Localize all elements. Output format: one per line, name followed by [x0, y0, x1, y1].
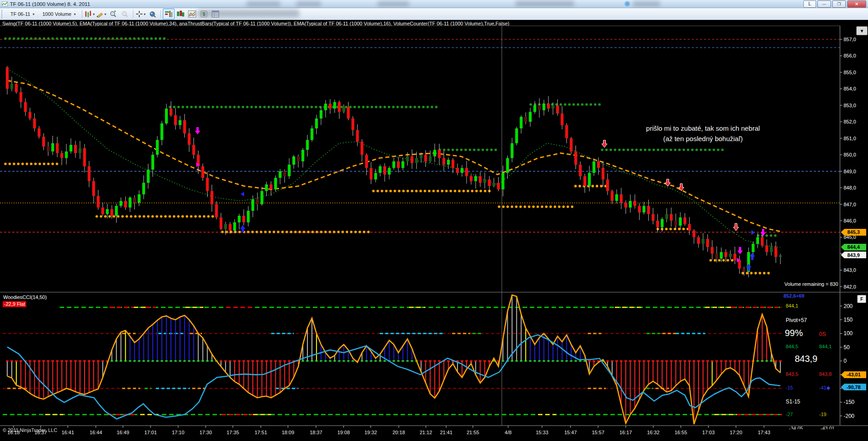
volume-remaining-label: Volume remaining = 830 [784, 281, 838, 287]
info-red-b: 843,8 [819, 371, 832, 377]
chevron-down-icon: ▼ [32, 13, 35, 16]
axis-price-marker: 843,9 [841, 251, 866, 258]
svg-text:16:44: 16:44 [90, 430, 102, 435]
svg-text:848,0: 848,0 [844, 185, 856, 190]
chart-area[interactable]: Swing(TF 06-11 (1000 Volume),5), EMA(Typ… [0, 20, 868, 441]
axis-price-marker: -43,01 [841, 371, 866, 378]
svg-text:15:57: 15:57 [592, 430, 604, 435]
svg-text:856,0: 856,0 [844, 53, 856, 58]
svg-text:18:09: 18:09 [282, 430, 294, 435]
info-green-b: 844,1 [819, 344, 832, 349]
info-cut-a: -34,05 [789, 426, 803, 429]
chart-toolbar: TF 06-11 ▼ 1000 Volume ▼ ▼ ▼ [0, 8, 868, 20]
instrument-selector[interactable]: TF 06-11 ▼ [7, 10, 38, 18]
link-button[interactable]: L [803, 0, 816, 8]
svg-text:842,0: 842,0 [844, 284, 856, 289]
svg-text:20:18: 20:18 [392, 430, 405, 435]
svg-text:853,0: 853,0 [844, 103, 856, 108]
chart-canvas[interactable]: 857,0856,0855,0854,0853,0852,0851,0850,0… [0, 20, 868, 441]
svg-text:854,0: 854,0 [844, 86, 856, 91]
svg-text:17:43: 17:43 [758, 430, 770, 435]
volume-candles-icon [176, 10, 184, 18]
zoom-out-button[interactable] [119, 9, 131, 19]
svg-text:16:49: 16:49 [117, 430, 129, 435]
redacted-blur [633, 1, 660, 6]
svg-text:50: 50 [844, 344, 850, 351]
redacted-blur [377, 1, 409, 6]
bar-style-picker-button[interactable]: ▼ [84, 9, 96, 19]
maximize-button[interactable]: ❐ [832, 0, 846, 8]
pencil-icon [96, 10, 104, 18]
svg-text:17:10: 17:10 [172, 430, 184, 435]
info-r-level: 844,1 [786, 303, 798, 308]
chart-scroll-button[interactable]: ▼ [856, 26, 868, 35]
info-s-a: -27 [786, 412, 793, 417]
svg-text:16:17: 16:17 [619, 430, 632, 435]
info-blue-a: -15 [786, 385, 793, 390]
svg-text:-200: -200 [844, 413, 854, 419]
svg-text:17:51: 17:51 [255, 430, 267, 435]
axis-price-marker: 844,4 [841, 244, 866, 251]
title-bar[interactable]: TF 06-11 (1000 Volume) 8. 4. 2011 L — ❐ … [0, 0, 868, 8]
zoom-in-icon [109, 10, 117, 18]
svg-text:846,0: 846,0 [844, 218, 856, 223]
ninjatrader-window: TF 06-11 (1000 Volume) 8. 4. 2011 L — ❐ … [0, 0, 868, 441]
info-blue-b: -41◆ [819, 385, 830, 391]
cci-panel-label: WoodiesCCI(14,50) [3, 294, 47, 300]
svg-text:0: 0 [844, 358, 847, 364]
window-title: TF 06-11 (1000 Volume) 8. 4. 2011 [10, 1, 90, 7]
info-0s: 0S [819, 331, 826, 337]
svg-text:100: 100 [844, 330, 853, 337]
svg-text:843,0: 843,0 [844, 267, 856, 273]
redacted-blur [515, 1, 574, 6]
svg-text:150: 150 [844, 317, 853, 323]
svg-text:-150: -150 [844, 399, 854, 405]
svg-text:21:55: 21:55 [467, 430, 479, 435]
period-label: 1000 Volume [42, 11, 71, 17]
info-pivot: Pivot+57 [786, 317, 807, 323]
draw-pencil-button[interactable]: ▼ [96, 9, 108, 19]
trade-annotation: prišlo mi to zubaté, tak som ich nebral … [599, 123, 807, 144]
svg-text:847,0: 847,0 [844, 202, 856, 207]
axis-price-marker: 845,3 [841, 229, 866, 236]
period-selector[interactable]: 1000 Volume ▼ [39, 10, 80, 18]
svg-text:852,0: 852,0 [844, 119, 856, 124]
close-button[interactable]: ✕ [847, 0, 866, 8]
svg-text:850,0: 850,0 [844, 152, 856, 157]
redacted-blur [246, 1, 280, 6]
toolbar-separator [82, 10, 82, 18]
toolbar-grip[interactable] [1, 10, 5, 18]
svg-text:4/8: 4/8 [505, 430, 511, 435]
svg-text:15:33: 15:33 [536, 430, 548, 435]
info-red-a: 843,5 [786, 371, 798, 377]
svg-text:21:41: 21:41 [440, 430, 453, 435]
svg-text:17:01: 17:01 [144, 430, 157, 435]
crosshair-button[interactable]: ▼ [135, 9, 147, 19]
svg-text:849,0: 849,0 [844, 169, 856, 174]
svg-text:16:55: 16:55 [675, 430, 687, 435]
svg-text:21:12: 21:12 [420, 430, 432, 435]
cci-f-button[interactable]: F [857, 295, 866, 303]
toolbar-separator [160, 10, 161, 18]
panel-horizontal-bars-button[interactable] [163, 9, 175, 19]
data-box-button[interactable] [147, 9, 159, 19]
minimize-button[interactable]: — [817, 0, 831, 8]
panel-line-chart-button[interactable] [186, 9, 198, 19]
info-cut-b: -43,01 [821, 426, 835, 429]
svg-text:857,0: 857,0 [844, 37, 856, 42]
instrument-label: TF 06-11 [10, 11, 30, 17]
svg-text:17:03: 17:03 [702, 430, 715, 435]
toolbar-separator [133, 10, 133, 18]
line-chart-icon [188, 10, 196, 18]
zoom-in-button[interactable] [108, 9, 119, 19]
svg-text:200: 200 [844, 303, 853, 309]
redacted-icon-blur [625, 1, 630, 6]
svg-text:17:35: 17:35 [226, 430, 239, 435]
info-s-b: -19 [819, 412, 826, 417]
svg-text:15:47: 15:47 [564, 430, 577, 435]
svg-text:16:32: 16:32 [647, 430, 660, 435]
app-chart-icon [2, 1, 8, 6]
panel-candles-button[interactable] [175, 9, 186, 19]
horizontal-bars-icon [165, 10, 173, 18]
svg-text:18:37: 18:37 [310, 430, 322, 435]
